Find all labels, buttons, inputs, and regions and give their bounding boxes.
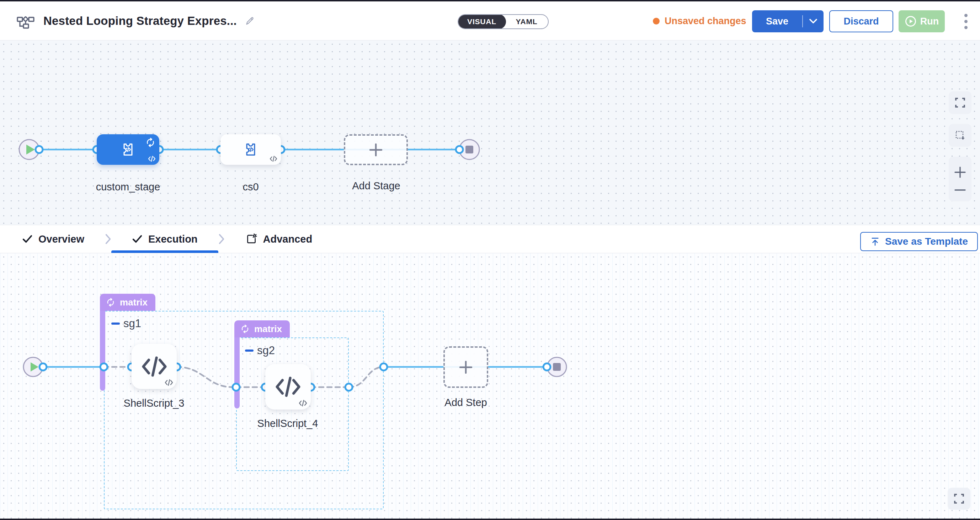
header: Nested Looping Strategy Expres... VISUAL… [0,2,980,41]
chevron-right-icon [218,234,225,244]
stage-label: cs0 [242,181,259,193]
code-icon [299,400,307,407]
execution-graph-canvas[interactable]: matrix sg1 matrix sg2 [0,253,980,518]
run-button[interactable]: Run [899,10,945,32]
stage-node-cs0[interactable] [221,134,281,165]
window-bottom-edge [0,518,980,520]
chevron-down-icon [808,18,818,24]
zoom-in-button[interactable] [954,166,966,179]
save-dropdown-button[interactable] [803,10,824,32]
step-label: ShellScript_3 [124,398,185,409]
advanced-settings-icon [245,233,258,245]
stop-icon [553,363,561,371]
shell-script-icon [141,355,168,377]
connector-port[interactable] [543,363,550,371]
multi-select-button[interactable] [949,124,972,147]
connector-port[interactable] [100,363,107,371]
plus-icon [368,142,384,158]
tab-label: Overview [38,233,84,245]
run-label: Run [920,16,939,27]
code-icon [165,379,173,386]
add-stage-label: Add Stage [352,180,400,192]
pipeline-icon [16,13,35,29]
tab-overview[interactable]: Overview [20,225,86,253]
add-stage-button[interactable] [344,134,408,165]
plus-icon [458,360,474,375]
stage-connectors [0,41,980,225]
window-top-edge [0,0,980,2]
upload-icon [870,236,880,246]
pipeline-studio: Nested Looping Strategy Expres... VISUAL… [0,0,980,520]
toggle-yaml[interactable]: YAML [505,15,548,29]
zoom-controls [949,157,972,201]
stage-label: custom_stage [96,181,161,193]
tab-separator [218,234,225,244]
connector-port[interactable] [380,363,387,371]
stop-icon [466,146,473,154]
stage-node-custom-stage[interactable] [97,134,159,165]
unsaved-label: Unsaved changes [665,16,746,27]
zoom-out-button[interactable] [954,188,966,192]
custom-stage-icon [242,141,259,158]
unsaved-dot [653,18,660,24]
edit-pencil-icon[interactable] [245,16,255,26]
save-split-button: Save [752,10,824,32]
looping-strategy-icon [145,137,156,148]
toggle-visual[interactable]: VISUAL [458,14,506,29]
add-step-label: Add Step [444,397,487,409]
fit-to-screen-button[interactable] [949,91,972,114]
tab-label: Execution [148,233,198,245]
connector-port[interactable] [40,363,46,371]
fullscreen-icon [954,97,966,109]
connector-port[interactable] [456,146,463,153]
custom-stage-icon [119,141,137,158]
more-options-button[interactable] [959,11,973,31]
add-step-button[interactable] [444,346,488,388]
page-title: Nested Looping Strategy Expres... [43,14,237,28]
unsaved-changes: Unsaved changes [653,2,746,41]
code-icon [148,155,156,162]
tab-label: Advanced [263,233,313,245]
connector-port[interactable] [232,384,240,391]
run-play-icon [905,15,917,27]
active-tab-underline [111,250,218,253]
tab-execution[interactable]: Execution [130,225,200,253]
check-icon [132,235,143,244]
step-node-shellscript-4[interactable] [265,364,311,409]
tab-advanced[interactable]: Advanced [243,225,315,253]
save-as-template-button[interactable]: Save as Template [860,232,978,251]
view-toggle: VISUAL YAML [458,14,549,29]
chevron-right-icon [105,234,111,244]
save-button[interactable]: Save [752,10,802,32]
connector-port[interactable] [345,384,352,391]
code-icon [269,155,277,162]
check-icon [22,235,33,244]
stage-graph-canvas[interactable]: custom_stage cs0 Add Stage [0,41,980,225]
step-node-shellscript-3[interactable] [132,344,177,389]
tab-separator [105,234,111,244]
stage-tabs: Overview Execution Advanced [0,225,980,253]
shell-script-icon [275,376,302,398]
step-label: ShellScript_4 [258,418,318,430]
discard-button[interactable]: Discard [829,10,893,32]
marquee-select-icon [954,129,966,141]
connector-port[interactable] [35,146,43,153]
save-as-template-label: Save as Template [885,236,968,247]
